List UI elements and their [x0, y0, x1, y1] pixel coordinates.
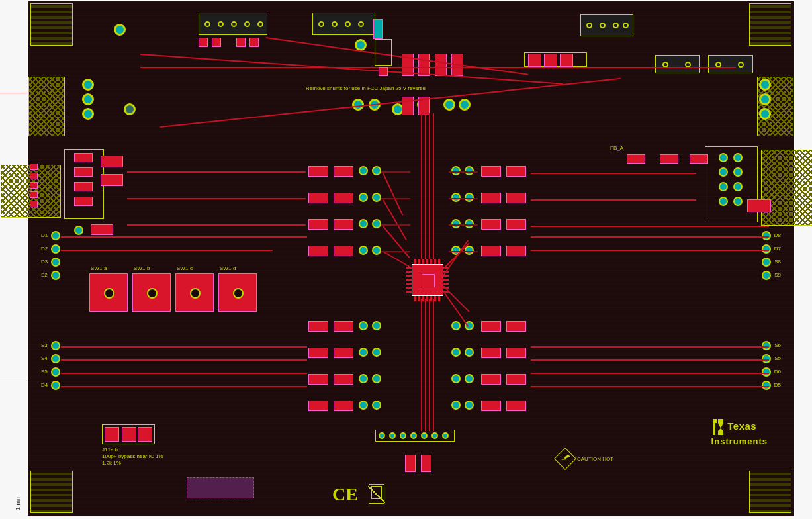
smt-resistor	[506, 219, 526, 230]
logo-text-top: Texas	[727, 420, 756, 432]
copper-trace	[127, 224, 306, 226]
smt-resistor	[334, 374, 353, 385]
testpoint-via	[443, 99, 455, 111]
smt-resistor	[481, 321, 501, 332]
silk-switch-label: SW1-b	[134, 265, 150, 271]
copper-trace	[531, 250, 769, 251]
copper-trace	[383, 251, 412, 269]
via-pad	[74, 226, 83, 235]
smt-pad	[405, 455, 416, 472]
smt-resistor	[627, 154, 645, 164]
silk-ref: S6	[774, 342, 781, 348]
smt-resistor	[308, 193, 328, 203]
smt-resistor	[308, 166, 328, 177]
dip-rotary-switch	[218, 273, 257, 312]
via-pad	[451, 401, 461, 410]
screw-terminal-connector	[580, 14, 633, 36]
dip-rotary-switch	[132, 273, 171, 312]
smt-cap	[249, 38, 259, 47]
silk-note: 1.2k 1%	[102, 460, 121, 466]
via-pad	[124, 103, 136, 115]
dip-rotary-switch	[89, 273, 128, 312]
copper-trace	[433, 299, 434, 431]
ce-mark-icon: CE	[332, 484, 358, 505]
pad	[560, 54, 573, 67]
smt-resistor	[506, 321, 526, 332]
silk-note: J11a b	[102, 447, 118, 453]
via-pad	[82, 93, 94, 105]
sma-pad	[30, 182, 38, 189]
silk-note: 100pF bypass near IC 1%	[102, 453, 163, 459]
copper-trace	[449, 198, 478, 199]
smt-resistor	[334, 321, 353, 332]
edge-pad-via	[762, 271, 771, 280]
edge-pad-via	[51, 354, 60, 363]
smt-resistor	[308, 219, 328, 230]
header-pad	[138, 427, 152, 442]
smt-resistor	[308, 321, 328, 332]
header-pin	[400, 432, 406, 439]
via-pad	[372, 374, 381, 383]
smt-resistor	[334, 219, 353, 230]
edge-sma-hatch	[761, 150, 812, 226]
silk-switch-label: SW1-a	[91, 265, 107, 271]
smt-resistor	[74, 197, 93, 206]
smt-resistor	[334, 246, 353, 256]
silk-ref: D4	[41, 382, 48, 388]
header-pad	[105, 427, 119, 442]
via-pad	[451, 193, 461, 202]
smt-resistor	[74, 182, 93, 191]
silk-ref: S3	[41, 342, 48, 348]
edge-pad-via	[762, 231, 771, 240]
copper-trace	[61, 346, 307, 348]
via-pad	[465, 374, 474, 383]
silkscreen-note: Remove shunts for use in FCC Japan 25 V …	[306, 85, 426, 91]
via-pad	[733, 153, 743, 162]
edge-pad-via	[51, 341, 60, 350]
via-pad	[372, 246, 381, 255]
via-pad	[359, 374, 368, 383]
silk-ref: D7	[774, 246, 781, 252]
via-pad	[759, 93, 771, 105]
copper-trace	[531, 346, 769, 348]
copper-trace	[449, 224, 478, 226]
mounting-keepout	[749, 3, 791, 46]
silk-ref: D5	[774, 382, 781, 388]
edge-pad-via	[762, 258, 771, 267]
page-ruler-line	[0, 381, 27, 381]
weee-icon	[369, 484, 384, 504]
dip-rotary-switch	[175, 273, 214, 312]
sma-pad	[30, 191, 38, 198]
smt-resistor	[481, 193, 501, 203]
via-pad	[759, 108, 771, 120]
header-pin	[442, 432, 449, 439]
via-pad	[733, 167, 743, 177]
logo-text-bottom: Instruments	[711, 436, 768, 446]
smt-cap	[199, 38, 208, 47]
smt-cap	[212, 38, 221, 47]
via-pad	[114, 24, 126, 36]
smt-resistor	[308, 348, 328, 358]
copper-trace	[531, 373, 769, 374]
edge-pad-via	[51, 381, 60, 390]
screw-terminal-connector	[199, 13, 267, 35]
copper-trace	[61, 236, 307, 238]
via-pad	[465, 193, 474, 202]
via-pad	[359, 166, 368, 175]
smt-resistor	[506, 401, 526, 411]
copper-trace	[425, 113, 426, 259]
via-pad	[465, 219, 474, 228]
silk-switch-label: SW1-c	[177, 265, 193, 271]
copper-trace	[531, 386, 769, 387]
via-pad	[82, 79, 94, 91]
via-pad	[372, 193, 381, 202]
edge-pad-via	[51, 367, 60, 377]
pcb-board-outline[interactable]: Remove shunts for use in FCC Japan 25 V …	[27, 0, 795, 516]
via-pad	[372, 348, 381, 357]
via-pad	[359, 348, 368, 357]
via-pad	[451, 374, 461, 383]
shunt-pad	[435, 54, 447, 76]
silk-ref: S8	[774, 259, 781, 265]
via-pad	[733, 197, 743, 206]
copper-trace	[381, 224, 410, 226]
